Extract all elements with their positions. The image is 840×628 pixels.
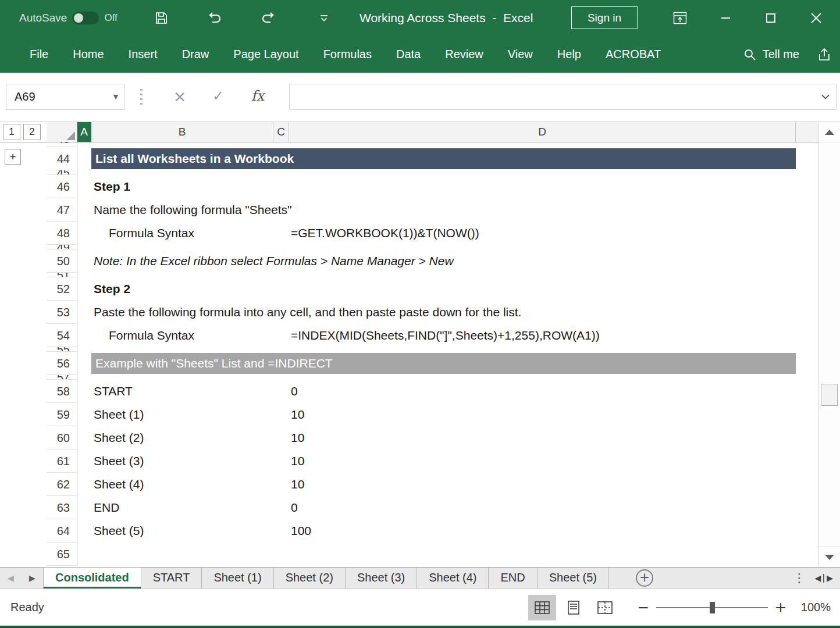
zoom-level[interactable]: 100% xyxy=(798,601,831,614)
cell-B52[interactable]: Step 2 xyxy=(91,277,273,301)
cell-C64[interactable] xyxy=(273,519,289,543)
cell-D59[interactable]: 10 xyxy=(289,403,818,426)
name-box-dropdown-icon[interactable]: ▼ xyxy=(107,93,124,101)
section-header-56[interactable]: Example with "Sheets" List and =INDIRECT xyxy=(91,353,796,374)
tab-overflow-icon[interactable]: ⋮ xyxy=(793,571,805,585)
autosave-toggle[interactable]: AutoSave Off xyxy=(19,0,118,36)
ribbon-tab-acrobat[interactable]: ACROBAT xyxy=(593,36,673,73)
cell-A46[interactable] xyxy=(77,175,91,198)
sheet-tab-sheet-3[interactable]: Sheet (3) xyxy=(346,568,417,588)
ribbon-tab-file[interactable]: File xyxy=(17,36,60,73)
cell-A65[interactable] xyxy=(77,543,91,566)
row-header-46[interactable]: 46 xyxy=(47,175,77,198)
cell-A55[interactable] xyxy=(77,347,91,352)
cell-A43[interactable] xyxy=(77,142,91,147)
ribbon-tab-insert[interactable]: Insert xyxy=(116,36,170,73)
cell-C59[interactable] xyxy=(273,403,289,426)
row-header-64[interactable]: 64 xyxy=(47,519,77,543)
sheet-nav-left-icon[interactable]: ◀ xyxy=(0,568,22,588)
row-header-43[interactable]: 43 xyxy=(47,142,77,147)
cell-C58[interactable] xyxy=(273,380,289,403)
minimize-button[interactable] xyxy=(707,0,743,36)
customize-quick-access-toolbar-icon[interactable] xyxy=(312,0,336,36)
redo-button[interactable] xyxy=(256,0,280,36)
save-button[interactable] xyxy=(149,0,173,36)
row-header-55[interactable]: 55 xyxy=(47,347,77,352)
ribbon-tab-draw[interactable]: Draw xyxy=(170,36,222,73)
row-header-45[interactable]: 45 xyxy=(47,170,77,175)
row-header-49[interactable]: 49 xyxy=(47,245,77,249)
cell-B54[interactable]: Formula Syntax xyxy=(91,324,273,347)
scroll-down-button[interactable] xyxy=(818,547,840,567)
column-header-b[interactable]: B xyxy=(91,122,273,142)
row-header-50[interactable]: 50 xyxy=(47,249,77,273)
sheet-tab-sheet-1[interactable]: Sheet (1) xyxy=(202,568,273,588)
row-header-52[interactable]: 52 xyxy=(47,277,77,301)
cell-A57[interactable] xyxy=(77,375,91,380)
tell-me-button[interactable]: Tell me xyxy=(741,48,802,61)
row-header-58[interactable]: 58 xyxy=(47,380,77,403)
select-all-corner[interactable] xyxy=(47,122,77,142)
zoom-in-icon[interactable]: + xyxy=(773,599,789,616)
formula-bar-drag-handle[interactable] xyxy=(140,89,143,105)
normal-view-button[interactable] xyxy=(528,595,556,620)
row-header-51[interactable]: 51 xyxy=(47,273,77,277)
cell-A54[interactable] xyxy=(77,324,91,347)
zoom-slider[interactable] xyxy=(656,607,768,608)
zoom-out-icon[interactable]: − xyxy=(635,599,652,616)
cell-B50[interactable]: Note: In the Excel ribbon select Formula… xyxy=(91,249,273,273)
cell-A60[interactable] xyxy=(77,426,91,449)
row-header-53[interactable]: 53 xyxy=(47,301,77,324)
cell-B65[interactable] xyxy=(91,543,273,566)
outline-level-2-button[interactable]: 2 xyxy=(23,124,41,140)
vertical-scrollbar-thumb[interactable] xyxy=(821,384,838,406)
cell-D64[interactable]: 100 xyxy=(289,519,818,543)
sheet-tab-start[interactable]: START xyxy=(141,568,202,588)
zoom-slider-thumb[interactable] xyxy=(710,602,715,613)
row-header-57[interactable]: 57 xyxy=(47,375,77,380)
cell-B48[interactable]: Formula Syntax xyxy=(91,222,273,245)
cell-C48[interactable] xyxy=(273,222,289,245)
formula-input[interactable] xyxy=(289,84,837,110)
enter-icon[interactable]: ✓ xyxy=(205,84,232,110)
cell-C60[interactable] xyxy=(273,426,289,449)
cell-C54[interactable] xyxy=(273,324,289,347)
ribbon-tab-data[interactable]: Data xyxy=(384,36,433,73)
cell-C50[interactable] xyxy=(273,249,289,273)
cell-A44[interactable] xyxy=(77,147,91,170)
tab-scroll-left-icon[interactable]: ◀ xyxy=(814,573,821,583)
row-header-60[interactable]: 60 xyxy=(47,426,77,449)
cell-C46[interactable] xyxy=(273,175,289,198)
cell-B60[interactable]: Sheet (2) xyxy=(91,426,273,449)
cell-B53[interactable]: Paste the following formula into any cel… xyxy=(91,301,273,324)
cell-D54[interactable]: =INDEX(MID(Sheets,FIND("]",Sheets)+1,255… xyxy=(289,324,818,347)
cell-D61[interactable]: 10 xyxy=(289,449,818,473)
cell-D62[interactable]: 10 xyxy=(289,473,818,496)
cell-A52[interactable] xyxy=(77,277,91,301)
cell-B64[interactable]: Sheet (5) xyxy=(91,519,273,543)
outline-level-1-button[interactable]: 1 xyxy=(3,124,20,140)
cell-D58[interactable]: 0 xyxy=(289,380,818,403)
sign-in-button[interactable]: Sign in xyxy=(571,6,638,29)
ribbon-tab-home[interactable]: Home xyxy=(60,36,116,73)
row-header-48[interactable]: 48 xyxy=(47,222,77,245)
cell-B63[interactable]: END xyxy=(91,496,273,519)
cell-D50[interactable] xyxy=(289,249,818,273)
cell-D48[interactable]: =GET.WORKBOOK(1))&T(NOW()) xyxy=(289,222,818,245)
cell-A63[interactable] xyxy=(77,496,91,519)
cell-B59[interactable]: Sheet (1) xyxy=(91,403,273,426)
cell-D53[interactable] xyxy=(289,301,818,324)
outline-expand-button[interactable]: + xyxy=(5,149,21,165)
row-header-47[interactable]: 47 xyxy=(47,198,77,222)
tab-scroll-right-icon[interactable]: ▶ xyxy=(827,573,833,583)
undo-button[interactable] xyxy=(202,0,227,36)
cell-A47[interactable] xyxy=(77,198,91,222)
sheet-tab-end[interactable]: END xyxy=(489,568,537,588)
maximize-button[interactable] xyxy=(753,0,789,36)
cell-A59[interactable] xyxy=(77,403,91,426)
insert-function-icon[interactable]: fx xyxy=(244,84,271,110)
name-box[interactable]: A69 ▼ xyxy=(6,84,125,110)
cell-A64[interactable] xyxy=(77,519,91,543)
cell-C63[interactable] xyxy=(273,496,289,519)
formula-bar-expand-icon[interactable] xyxy=(815,94,836,99)
